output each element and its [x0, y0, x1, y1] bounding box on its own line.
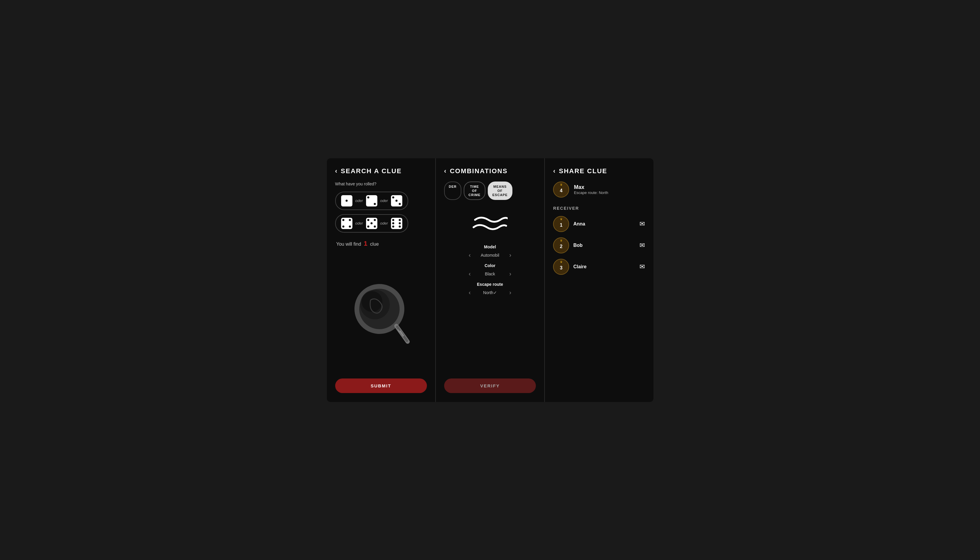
receiver-label: RECEIVER: [553, 206, 645, 211]
bob-name: Bob: [573, 243, 635, 248]
claire-mail-button[interactable]: ✉: [639, 263, 645, 271]
die-4[interactable]: [341, 218, 352, 229]
receiver-row-bob: ♛ 2 Bob ✉: [553, 237, 645, 253]
crown-icon: ♛: [560, 239, 563, 242]
dot: [367, 219, 369, 221]
dot: [374, 203, 376, 205]
claire-avatar: ♛ 3: [553, 259, 569, 275]
sender-info: ♛ 4 Max Escape route: North: [553, 182, 645, 198]
dot: [395, 200, 397, 202]
wind-icon-area: [444, 212, 536, 236]
dot: [342, 225, 344, 228]
dot: [349, 219, 351, 221]
roll-subtitle: What have you rolled?: [335, 182, 427, 186]
die-1[interactable]: [341, 195, 352, 207]
clue-count-prefix: You will find: [336, 242, 361, 247]
dot: [374, 225, 376, 228]
magnifier-icon: [351, 281, 410, 346]
dot: [399, 222, 401, 224]
dot: [399, 203, 401, 205]
claire-badge: 3: [560, 265, 563, 271]
search-clue-panel: ‹ SEARCH A CLUE What have you rolled? od…: [327, 158, 435, 402]
sender-avatar: ♛ 4: [553, 182, 569, 198]
search-clue-back-button[interactable]: ‹: [335, 167, 337, 175]
die-2[interactable]: [366, 195, 377, 207]
model-prev-button[interactable]: ‹: [469, 252, 471, 258]
oder-4: oder: [380, 221, 388, 225]
dot: [345, 200, 348, 202]
claire-name: Claire: [573, 264, 635, 270]
dice-row-2[interactable]: oder oder: [335, 214, 408, 233]
receiver-row-claire: ♛ 3 Claire ✉: [553, 259, 645, 275]
dot: [349, 225, 351, 228]
crown-icon: ♛: [560, 260, 563, 263]
color-selector[interactable]: ‹ Black ›: [444, 270, 536, 277]
share-clue-back-button[interactable]: ‹: [553, 167, 555, 175]
anna-badge: 1: [560, 223, 563, 228]
anna-name: Anna: [573, 221, 635, 227]
combinations-back-button[interactable]: ‹: [444, 167, 446, 175]
escape-prev-button[interactable]: ‹: [469, 289, 471, 296]
share-clue-header: ‹ SHARE CLUE: [553, 167, 645, 175]
dot: [399, 225, 401, 228]
magnifier-illustration: [335, 253, 427, 374]
dot: [370, 222, 372, 224]
oder-3: oder: [355, 221, 363, 225]
sender-badge-number: 4: [560, 188, 563, 193]
model-next-button[interactable]: ›: [509, 252, 511, 258]
die-6[interactable]: [391, 218, 402, 229]
dot: [374, 219, 376, 221]
escape-route-section: Escape route ‹ North✓ ›: [444, 282, 536, 296]
share-clue-title: SHARE CLUE: [559, 167, 607, 175]
verify-button[interactable]: VERIFY: [444, 378, 536, 393]
receiver-row-anna: ♛ 1 Anna ✉: [553, 216, 645, 232]
tab-der[interactable]: DER: [444, 182, 461, 200]
submit-button[interactable]: SUBMIT: [335, 378, 427, 393]
dot: [392, 222, 394, 224]
escape-route-label: Escape route: [444, 282, 536, 287]
dot: [392, 219, 394, 221]
color-prev-button[interactable]: ‹: [469, 270, 471, 277]
color-value: Black: [477, 272, 503, 276]
escape-route-selector[interactable]: ‹ North✓ ›: [444, 289, 536, 296]
dot: [367, 197, 369, 198]
tab-time-of-crime[interactable]: TIMEOFCRIME: [464, 182, 485, 200]
color-next-button[interactable]: ›: [509, 270, 511, 277]
model-selector[interactable]: ‹ Automobil ›: [444, 252, 536, 258]
dice-row-1[interactable]: oder oder: [335, 192, 408, 210]
search-clue-title: SEARCH A CLUE: [341, 167, 402, 175]
bob-badge: 2: [560, 244, 563, 249]
model-value: Automobil: [477, 253, 503, 258]
crown-icon: ♛: [560, 217, 563, 221]
combinations-header: ‹ COMBINATIONS: [444, 167, 536, 175]
escape-route-value: North✓: [477, 290, 503, 295]
dot: [367, 225, 369, 228]
combinations-title: COMBINATIONS: [450, 167, 508, 175]
oder-1: oder: [355, 198, 363, 203]
model-section: Model ‹ Automobil ›: [444, 245, 536, 258]
oder-2: oder: [380, 198, 388, 203]
tab-means-of-escape[interactable]: MEANSOFESCAPE: [488, 182, 512, 200]
wind-icon: [472, 212, 508, 236]
sender-detail: Escape route: North: [574, 190, 608, 195]
die-5[interactable]: [366, 218, 377, 229]
color-label: Color: [444, 263, 536, 268]
crown-icon: ♛: [560, 183, 563, 186]
anna-mail-button[interactable]: ✉: [639, 220, 645, 228]
share-clue-panel: ‹ SHARE CLUE ♛ 4 Max Escape route: North…: [545, 158, 653, 402]
bob-mail-button[interactable]: ✉: [639, 242, 645, 249]
combinations-panel: ‹ COMBINATIONS DER TIMEOFCRIME MEANSOFES…: [436, 158, 545, 402]
dot: [342, 219, 344, 221]
dot: [399, 219, 401, 221]
die-3[interactable]: [391, 195, 402, 207]
bob-avatar: ♛ 2: [553, 237, 569, 253]
escape-next-button[interactable]: ›: [509, 289, 511, 296]
sender-details: Max Escape route: North: [574, 184, 608, 195]
dot: [392, 225, 394, 228]
dot: [392, 197, 394, 198]
color-section: Color ‹ Black ›: [444, 263, 536, 277]
model-label: Model: [444, 245, 536, 249]
clue-number: 1: [364, 240, 367, 247]
anna-avatar: ♛ 1: [553, 216, 569, 232]
clue-count: You will find 1 clue: [336, 240, 427, 247]
